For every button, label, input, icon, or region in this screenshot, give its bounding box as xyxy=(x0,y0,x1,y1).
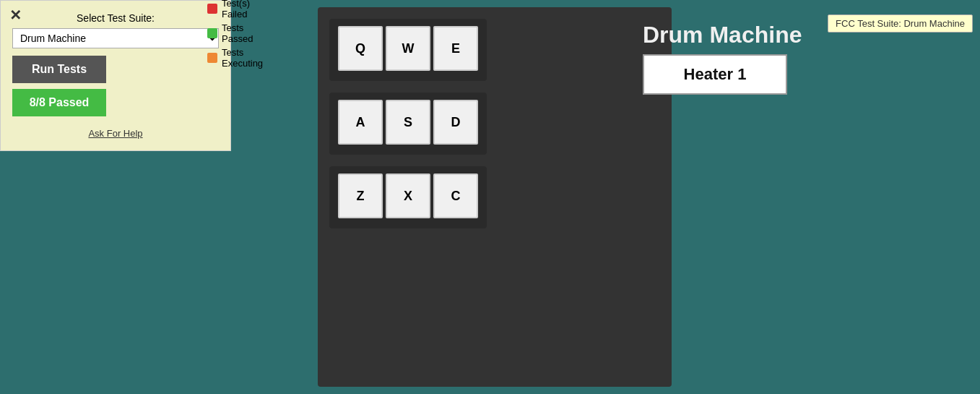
drum-row-wrapper-2: A S D xyxy=(329,93,487,155)
failed-dot xyxy=(207,4,217,14)
passed-button[interactable]: 8/8 Passed xyxy=(12,89,106,116)
failed-label: Test(s) Failed xyxy=(222,0,263,20)
legend-passed: Tests Passed xyxy=(207,22,263,44)
drum-pad-x[interactable]: X xyxy=(386,174,430,218)
run-tests-button[interactable]: Run Tests xyxy=(12,56,106,83)
drum-pad-w[interactable]: W xyxy=(386,26,430,71)
test-panel: ✕ Select Test Suite: Drum Machine Run Te… xyxy=(0,0,231,151)
drum-row-1: Q W E xyxy=(338,26,478,71)
suite-select[interactable]: Drum Machine xyxy=(12,28,219,48)
drum-pad-a[interactable]: A xyxy=(338,100,383,145)
drum-pad-q[interactable]: Q xyxy=(338,26,383,71)
ask-for-help-link[interactable]: Ask For Help xyxy=(12,128,219,139)
drum-machine-title: Drum Machine xyxy=(643,22,802,48)
drum-pad-e[interactable]: E xyxy=(433,26,478,71)
passed-dot xyxy=(207,28,217,38)
drum-pad-d[interactable]: D xyxy=(433,100,478,145)
drum-display: Heater 1 xyxy=(643,54,787,95)
drum-row-3: Z X C xyxy=(338,174,478,218)
drum-row-wrapper-1: Q W E xyxy=(329,19,487,81)
drum-pad-s[interactable]: S xyxy=(386,100,430,145)
drum-row-wrapper-3: Z X C xyxy=(329,166,487,228)
drum-pad-z[interactable]: Z xyxy=(338,174,383,218)
legend-executing: Tests Executing xyxy=(207,47,263,69)
drum-row-2: A S D xyxy=(338,100,478,145)
fcc-badge: FCC Test Suite: Drum Machine xyxy=(828,14,973,33)
legend-area: Test(s) Failed Tests Passed Tests Execut… xyxy=(207,0,263,69)
executing-dot xyxy=(207,53,217,63)
close-button[interactable]: ✕ xyxy=(6,7,24,24)
drum-machine: Q W E A S D Z X C xyxy=(318,7,672,387)
select-label: Select Test Suite: xyxy=(12,12,219,24)
executing-label: Tests Executing xyxy=(222,47,263,69)
legend-failed: Test(s) Failed xyxy=(207,0,263,20)
passed-label: Tests Passed xyxy=(222,22,263,44)
drum-pad-c[interactable]: C xyxy=(433,174,478,218)
